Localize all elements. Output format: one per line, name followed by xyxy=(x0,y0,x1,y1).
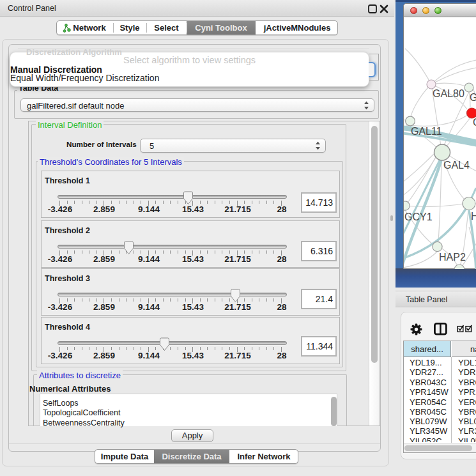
svg-text:GAL11: GAL11 xyxy=(411,126,442,137)
svg-text:HAP2: HAP2 xyxy=(439,252,466,263)
svg-text:C: C xyxy=(473,117,476,128)
svg-text:GCY1: GCY1 xyxy=(404,211,433,222)
svg-text:GAL4: GAL4 xyxy=(443,160,470,171)
svg-text:GAL80: GAL80 xyxy=(433,88,464,99)
svg-text:GA: GA xyxy=(470,92,476,103)
svg-text:H: H xyxy=(471,211,476,222)
